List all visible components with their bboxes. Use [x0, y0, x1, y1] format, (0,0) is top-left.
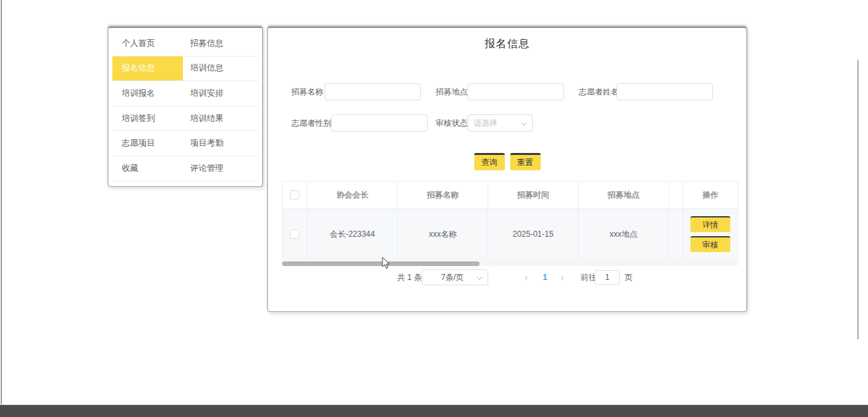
vertical-scrollbar[interactable] — [857, 60, 859, 339]
table-header-row: 协会会长 招募名称 招募时间 招募地点 操作 — [283, 182, 738, 208]
menu-row: 报名信息 培训信息 — [112, 57, 258, 82]
header-recruit-time: 招募时间 — [488, 182, 579, 208]
goto-page-input[interactable] — [595, 270, 620, 285]
header-president: 协会会长 — [307, 182, 398, 208]
volunteer-gender-input[interactable] — [331, 114, 428, 132]
header-recruit-name: 招募名称 — [398, 182, 488, 208]
sidebar-item-comment-management[interactable]: 评论管理 — [183, 156, 258, 181]
page-left-border — [1, 0, 2, 404]
header-recruit-place: 招募地点 — [579, 182, 670, 208]
cell-recruit-place: xxx地点 — [579, 209, 670, 259]
horizontal-scrollbar-thumb[interactable] — [282, 261, 480, 266]
recruit-place-label: 招募地点 — [436, 83, 468, 100]
goto-unit-label: 页 — [625, 269, 633, 285]
volunteer-name-label: 志愿者姓名 — [579, 83, 619, 100]
audit-status-label: 审核状态 — [436, 114, 468, 132]
prev-page-icon[interactable]: ‹ — [525, 269, 528, 285]
page: 个人首页 招募信息 报名信息 培训信息 培训报名 培训安排 培训签到 培训结果 … — [0, 0, 868, 417]
audit-button[interactable]: 审核 — [690, 236, 730, 252]
sidebar-item-registration-info[interactable]: 报名信息 — [112, 57, 183, 81]
sidebar-item-personal-home[interactable]: 个人首页 — [112, 31, 183, 56]
filter-actions: 查询 重置 — [268, 153, 746, 170]
select-all-checkbox[interactable] — [290, 190, 299, 200]
page-number-1[interactable]: 1 — [543, 269, 547, 285]
menu-row: 收藏 评论管理 — [112, 156, 258, 182]
menu-row: 培训报名 培训安排 — [112, 81, 258, 106]
recruit-place-input[interactable] — [468, 83, 564, 100]
select-placeholder: 请选择 — [474, 118, 521, 129]
menu-row: 个人首页 招募信息 — [112, 31, 258, 57]
sidebar-item-training-checkin[interactable]: 培训签到 — [112, 106, 183, 131]
mouse-cursor — [382, 257, 390, 272]
sidebar-item-training-result[interactable]: 培训结果 — [183, 106, 258, 131]
chevron-down-icon — [477, 275, 482, 280]
audit-status-select[interactable]: 请选择 — [468, 114, 533, 132]
data-table: 协会会长 招募名称 招募时间 招募地点 操作 会长-223344 xxx名称 2… — [282, 181, 738, 260]
table-row: 会长-223344 xxx名称 2025-01-15 xxx地点 详情 审核 — [283, 208, 738, 260]
cell-operations: 详情 审核 — [683, 209, 738, 259]
table-horizontal-scrollbar — [282, 261, 738, 266]
cell-clipped-column — [669, 209, 683, 259]
cell-recruit-name: xxx名称 — [398, 209, 488, 259]
header-checkbox-cell — [283, 182, 307, 208]
volunteer-gender-label: 志愿者性别 — [291, 114, 331, 132]
pagination-total: 共 1 条 — [397, 269, 422, 285]
pagination: 共 1 条 7条/页 ‹ 1 › 前往 页 — [268, 269, 746, 285]
chevron-down-icon — [521, 120, 527, 126]
next-page-icon[interactable]: › — [561, 269, 564, 285]
volunteer-name-input[interactable] — [617, 83, 713, 100]
sidebar-item-volunteer-project[interactable]: 志愿项目 — [112, 131, 183, 156]
sidebar-menu: 个人首页 招募信息 报名信息 培训信息 培训报名 培训安排 培训签到 培训结果 … — [108, 27, 263, 187]
cell-recruit-time: 2025-01-15 — [488, 209, 579, 259]
sidebar-item-project-attendance[interactable]: 项目考勤 — [183, 131, 258, 156]
main-panel: 报名信息 招募名称 招募地点 志愿者姓名 志愿者性别 审核状态 请选择 查询 重… — [267, 27, 747, 312]
sidebar-item-training-signup[interactable]: 培训报名 — [112, 81, 183, 106]
cell-president: 会长-223344 — [307, 209, 398, 259]
sidebar-item-favorites[interactable]: 收藏 — [112, 156, 183, 181]
row-checkbox[interactable] — [290, 229, 299, 239]
sidebar-item-training-info[interactable]: 培训信息 — [183, 57, 258, 81]
recruit-name-label: 招募名称 — [291, 83, 323, 100]
recruit-name-input[interactable] — [325, 83, 421, 100]
menu-row: 培训签到 培训结果 — [112, 106, 258, 132]
page-title: 报名信息 — [268, 37, 746, 51]
header-operations: 操作 — [683, 182, 738, 208]
page-size-value: 7条/页 — [428, 269, 477, 285]
sidebar-item-recruit-info[interactable]: 招募信息 — [183, 31, 258, 56]
footer-bar — [0, 404, 868, 417]
detail-button[interactable]: 详情 — [690, 216, 730, 232]
query-button[interactable]: 查询 — [474, 153, 505, 170]
header-clipped-column — [669, 182, 683, 208]
sidebar-item-training-schedule[interactable]: 培训安排 — [183, 81, 258, 106]
menu-row: 志愿项目 项目考勤 — [112, 131, 258, 156]
row-checkbox-cell — [283, 209, 307, 259]
page-size-select[interactable]: 7条/页 — [422, 269, 488, 285]
reset-button[interactable]: 重置 — [510, 153, 541, 170]
